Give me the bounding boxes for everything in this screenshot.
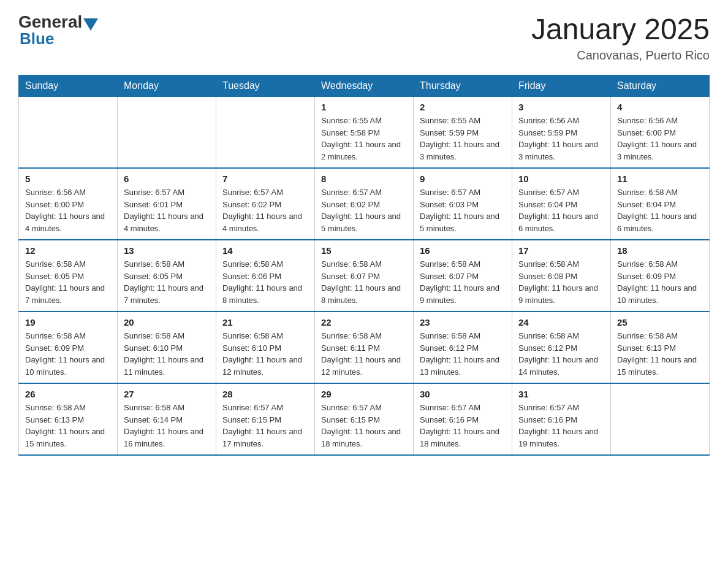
day-info: Sunrise: 6:58 AMSunset: 6:12 PMDaylight:…	[518, 330, 604, 378]
day-number: 13	[124, 245, 210, 256]
calendar-day-cell: 27Sunrise: 6:58 AMSunset: 6:14 PMDayligh…	[118, 383, 216, 455]
calendar-day-cell	[611, 383, 710, 455]
day-number: 7	[222, 174, 308, 184]
day-number: 20	[124, 317, 210, 327]
calendar-day-cell: 29Sunrise: 6:57 AMSunset: 6:15 PMDayligh…	[315, 383, 414, 455]
day-number: 22	[321, 317, 407, 327]
calendar-header: SundayMondayTuesdayWednesdayThursdayFrid…	[19, 75, 710, 97]
day-number: 24	[518, 317, 604, 327]
day-number: 8	[321, 174, 407, 184]
day-info: Sunrise: 6:58 AMSunset: 6:10 PMDaylight:…	[222, 330, 308, 378]
day-number: 10	[518, 174, 604, 184]
day-number: 16	[420, 245, 506, 256]
day-info: Sunrise: 6:57 AMSunset: 6:02 PMDaylight:…	[222, 186, 308, 234]
calendar-day-cell: 3Sunrise: 6:56 AMSunset: 5:59 PMDaylight…	[512, 97, 611, 169]
calendar-day-cell: 24Sunrise: 6:58 AMSunset: 6:12 PMDayligh…	[512, 312, 611, 383]
day-number: 21	[222, 317, 308, 327]
day-number: 1	[321, 102, 407, 112]
day-info: Sunrise: 6:56 AMSunset: 5:59 PMDaylight:…	[518, 115, 604, 163]
day-number: 12	[25, 245, 111, 256]
logo-blue-text: Blue	[20, 29, 54, 48]
calendar-day-cell: 12Sunrise: 6:58 AMSunset: 6:05 PMDayligh…	[19, 240, 118, 312]
day-number: 30	[420, 389, 506, 399]
day-number: 27	[124, 389, 210, 399]
calendar-week-row: 5Sunrise: 6:56 AMSunset: 6:00 PMDaylight…	[19, 168, 710, 240]
day-number: 15	[321, 245, 407, 256]
calendar-weekday-header: Friday	[512, 75, 611, 97]
calendar-weekday-header: Tuesday	[216, 75, 315, 97]
calendar-day-cell: 31Sunrise: 6:57 AMSunset: 6:16 PMDayligh…	[512, 383, 611, 455]
logo-triangle-icon	[83, 18, 98, 31]
day-info: Sunrise: 6:58 AMSunset: 6:07 PMDaylight:…	[420, 258, 506, 306]
calendar-week-row: 1Sunrise: 6:55 AMSunset: 5:58 PMDaylight…	[19, 97, 710, 169]
day-info: Sunrise: 6:58 AMSunset: 6:09 PMDaylight:…	[25, 330, 111, 378]
calendar-weekday-header: Saturday	[611, 75, 710, 97]
calendar-body: 1Sunrise: 6:55 AMSunset: 5:58 PMDaylight…	[19, 97, 710, 456]
calendar-day-cell: 6Sunrise: 6:57 AMSunset: 6:01 PMDaylight…	[118, 168, 216, 240]
day-info: Sunrise: 6:57 AMSunset: 6:01 PMDaylight:…	[124, 186, 210, 234]
calendar-day-cell: 11Sunrise: 6:58 AMSunset: 6:04 PMDayligh…	[611, 168, 710, 240]
day-info: Sunrise: 6:58 AMSunset: 6:11 PMDaylight:…	[321, 330, 407, 378]
month-title: January 2025	[531, 12, 710, 46]
day-number: 19	[25, 317, 111, 327]
calendar-day-cell: 10Sunrise: 6:57 AMSunset: 6:04 PMDayligh…	[512, 168, 611, 240]
calendar-day-cell: 8Sunrise: 6:57 AMSunset: 6:02 PMDaylight…	[315, 168, 414, 240]
day-number: 6	[124, 174, 210, 184]
day-number: 3	[518, 102, 604, 112]
day-info: Sunrise: 6:58 AMSunset: 6:05 PMDaylight:…	[124, 258, 210, 306]
day-info: Sunrise: 6:58 AMSunset: 6:07 PMDaylight:…	[321, 258, 407, 306]
day-info: Sunrise: 6:57 AMSunset: 6:16 PMDaylight:…	[420, 402, 506, 450]
day-info: Sunrise: 6:57 AMSunset: 6:04 PMDaylight:…	[518, 186, 604, 234]
day-info: Sunrise: 6:58 AMSunset: 6:10 PMDaylight:…	[124, 330, 210, 378]
calendar-day-cell: 26Sunrise: 6:58 AMSunset: 6:13 PMDayligh…	[19, 383, 118, 455]
location-subtitle: Canovanas, Puerto Rico	[531, 48, 710, 63]
day-number: 18	[617, 245, 703, 256]
calendar-day-cell: 15Sunrise: 6:58 AMSunset: 6:07 PMDayligh…	[315, 240, 414, 312]
day-info: Sunrise: 6:58 AMSunset: 6:04 PMDaylight:…	[617, 186, 703, 234]
title-block: January 2025 Canovanas, Puerto Rico	[531, 12, 710, 63]
day-info: Sunrise: 6:58 AMSunset: 6:12 PMDaylight:…	[420, 330, 506, 378]
calendar-weekday-header: Sunday	[19, 75, 118, 97]
calendar-day-cell: 17Sunrise: 6:58 AMSunset: 6:08 PMDayligh…	[512, 240, 611, 312]
day-info: Sunrise: 6:58 AMSunset: 6:13 PMDaylight:…	[617, 330, 703, 378]
day-number: 14	[222, 245, 308, 256]
day-number: 29	[321, 389, 407, 399]
day-number: 5	[25, 174, 111, 184]
calendar-day-cell: 5Sunrise: 6:56 AMSunset: 6:00 PMDaylight…	[19, 168, 118, 240]
day-info: Sunrise: 6:56 AMSunset: 6:00 PMDaylight:…	[617, 115, 703, 163]
calendar-day-cell: 22Sunrise: 6:58 AMSunset: 6:11 PMDayligh…	[315, 312, 414, 383]
calendar-week-row: 26Sunrise: 6:58 AMSunset: 6:13 PMDayligh…	[19, 383, 710, 455]
calendar-day-cell: 23Sunrise: 6:58 AMSunset: 6:12 PMDayligh…	[414, 312, 512, 383]
day-number: 17	[518, 245, 604, 256]
calendar-day-cell	[118, 97, 216, 169]
calendar-day-cell: 28Sunrise: 6:57 AMSunset: 6:15 PMDayligh…	[216, 383, 315, 455]
day-info: Sunrise: 6:55 AMSunset: 5:59 PMDaylight:…	[420, 115, 506, 163]
calendar-day-cell	[19, 97, 118, 169]
day-number: 25	[617, 317, 703, 327]
calendar-day-cell: 25Sunrise: 6:58 AMSunset: 6:13 PMDayligh…	[611, 312, 710, 383]
calendar-week-row: 19Sunrise: 6:58 AMSunset: 6:09 PMDayligh…	[19, 312, 710, 383]
day-number: 9	[420, 174, 506, 184]
calendar-day-cell: 14Sunrise: 6:58 AMSunset: 6:06 PMDayligh…	[216, 240, 315, 312]
day-info: Sunrise: 6:55 AMSunset: 5:58 PMDaylight:…	[321, 115, 407, 163]
calendar-day-cell	[216, 97, 315, 169]
day-number: 31	[518, 389, 604, 399]
day-info: Sunrise: 6:58 AMSunset: 6:08 PMDaylight:…	[518, 258, 604, 306]
calendar-day-cell: 2Sunrise: 6:55 AMSunset: 5:59 PMDaylight…	[414, 97, 512, 169]
day-number: 23	[420, 317, 506, 327]
day-number: 2	[420, 102, 506, 112]
day-info: Sunrise: 6:58 AMSunset: 6:09 PMDaylight:…	[617, 258, 703, 306]
day-info: Sunrise: 6:57 AMSunset: 6:15 PMDaylight:…	[321, 402, 407, 450]
day-number: 28	[222, 389, 308, 399]
day-info: Sunrise: 6:57 AMSunset: 6:03 PMDaylight:…	[420, 186, 506, 234]
logo: General Blue	[18, 12, 99, 48]
day-info: Sunrise: 6:57 AMSunset: 6:02 PMDaylight:…	[321, 186, 407, 234]
day-number: 4	[617, 102, 703, 112]
calendar-day-cell: 7Sunrise: 6:57 AMSunset: 6:02 PMDaylight…	[216, 168, 315, 240]
calendar-day-cell: 20Sunrise: 6:58 AMSunset: 6:10 PMDayligh…	[118, 312, 216, 383]
calendar-day-cell: 4Sunrise: 6:56 AMSunset: 6:00 PMDaylight…	[611, 97, 710, 169]
calendar-day-cell: 16Sunrise: 6:58 AMSunset: 6:07 PMDayligh…	[414, 240, 512, 312]
calendar-day-cell: 19Sunrise: 6:58 AMSunset: 6:09 PMDayligh…	[19, 312, 118, 383]
day-info: Sunrise: 6:58 AMSunset: 6:06 PMDaylight:…	[222, 258, 308, 306]
day-info: Sunrise: 6:57 AMSunset: 6:15 PMDaylight:…	[222, 402, 308, 450]
